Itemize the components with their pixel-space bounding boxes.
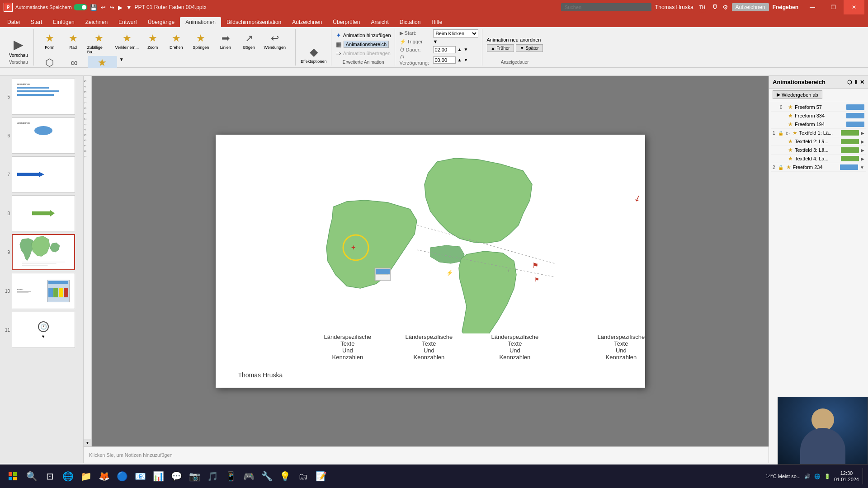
anim-item-1[interactable]: ★ Freeform 334 (771, 112, 866, 120)
notes-bar[interactable]: Klicken Sie, um Notizen hinzuzufügen (84, 446, 769, 463)
user-avatar[interactable]: TH (697, 2, 708, 13)
anim-wendungen-button[interactable]: ↩ Wendungen (261, 32, 288, 55)
taskbar-network-icon[interactable]: 🌐 (814, 474, 821, 479)
tab-ansicht[interactable]: Ansicht (365, 17, 394, 27)
spaeter-button[interactable]: ▼ Später (516, 44, 543, 52)
slide-item-11[interactable]: 11 ★ 🕐 ♥ (1, 311, 82, 349)
anim-dropdown-g2[interactable]: ▼ (860, 165, 864, 170)
close-button[interactable]: ✕ (844, 0, 864, 14)
record-button[interactable]: Aufzeichnen (732, 3, 769, 11)
slide-thumb-6[interactable]: Animationen (12, 117, 75, 154)
play-all-button[interactable]: ▶ Wiedergeben ab (773, 90, 822, 99)
taskbar-app5-icon[interactable]: 🗂 (295, 468, 311, 484)
save-icon[interactable]: 💾 (90, 4, 97, 11)
anim-dropdown-tf2[interactable]: ▶ (861, 139, 864, 144)
anim-item-group2[interactable]: 2 🔒 ★ Freeform 234 ▼ (771, 163, 866, 172)
anim-zufaellig-button[interactable]: ★ Zufällige Ba... (85, 32, 113, 55)
taskbar-powerpoint-icon[interactable]: 📊 (150, 468, 166, 484)
present-icon[interactable]: ▶ (118, 4, 123, 11)
trigger-dropdown[interactable]: ▼ (433, 39, 438, 44)
anim-item-tf2[interactable]: ★ Textfeld 2: Lä... ▶ (771, 137, 866, 146)
anim-uebertragen-button[interactable]: Animation übertragen (343, 51, 391, 56)
taskbar-app1-icon[interactable]: 📱 (222, 468, 239, 484)
dictation-icon[interactable]: 🎙 (712, 3, 719, 11)
taskbar-app6-icon[interactable]: 📝 (313, 468, 329, 484)
verz-input[interactable] (433, 56, 456, 64)
frueher-button[interactable]: ▲ Früher (487, 44, 514, 52)
anim-form-button[interactable]: ★ Form (38, 32, 61, 55)
dropdown-icon[interactable]: ▼ (126, 4, 132, 11)
slide-item-8[interactable]: 8 ★ (1, 194, 82, 232)
slide-item-6[interactable]: 6 Animationen (1, 117, 82, 155)
taskbar-show-desktop[interactable] (863, 468, 864, 484)
share-button[interactable]: Freigeben (773, 4, 798, 10)
animationsbereich-button[interactable]: Animationsbereich (344, 41, 389, 48)
taskbar-search-icon[interactable]: 🔍 (24, 468, 40, 484)
settings-icon[interactable]: ⚙ (722, 4, 728, 11)
tab-zeichnen[interactable]: Zeichnen (80, 17, 113, 27)
dauer-up[interactable]: ▲ (458, 47, 462, 52)
tab-start[interactable]: Start (25, 17, 47, 27)
slide-item-10[interactable]: 10 Kaufm... (1, 272, 82, 310)
taskbar-firefox-icon[interactable]: 🦊 (96, 468, 112, 484)
anim-item-tf4[interactable]: ★ Textfeld 4: Lä... ▶ (771, 155, 866, 163)
slide-thumb-5[interactable]: ★ Animationen (12, 79, 75, 115)
tab-hilfe[interactable]: Hilfe (426, 17, 448, 27)
undo-icon[interactable]: ↩ (101, 4, 106, 11)
taskbar-files-icon[interactable]: 📁 (78, 468, 94, 484)
tab-aufzeichnen[interactable]: Aufzeichnen (287, 17, 327, 27)
taskbar-weather[interactable]: 14°C Meist so... (765, 474, 801, 479)
autosave-toggle[interactable] (74, 4, 87, 10)
dauer-input[interactable] (433, 46, 456, 53)
dauer-down[interactable]: ▼ (463, 47, 468, 52)
anim-item-2[interactable]: ★ Freeform 194 (771, 120, 866, 129)
taskbar-teams-icon[interactable]: 💬 (168, 468, 184, 484)
anim-springen-button[interactable]: ★ Springen (189, 32, 213, 55)
tab-animationen[interactable]: Animationen (180, 17, 221, 27)
taskbar-camera-icon[interactable]: 📷 (186, 468, 203, 484)
anim-panel-close-icon[interactable]: ✕ (860, 79, 864, 85)
anim-neu-anordnen[interactable]: Animation neu anordnen (487, 37, 541, 42)
taskbar-battery-icon[interactable]: 🔋 (824, 474, 830, 479)
anim-item-group1[interactable]: 1 🔒 ▷ ★ Textfeld 1: Lä... ▶ (771, 129, 866, 137)
taskbar-start-button[interactable] (4, 467, 22, 485)
taskbar-app4-icon[interactable]: 💡 (277, 468, 293, 484)
slide-thumb-8[interactable]: ★ (12, 195, 75, 231)
redo-icon[interactable]: ↪ (109, 4, 114, 11)
ruler-scroll-down[interactable]: ▼ (84, 439, 91, 446)
tab-datei[interactable]: Datei (2, 17, 25, 27)
slide-thumb-9[interactable]: ★ (12, 234, 75, 270)
anim-zoom-button[interactable]: ★ Zoom (142, 32, 164, 55)
anim-item-tf3[interactable]: ★ Textfeld 3: Lä... ▶ (771, 146, 866, 155)
search-input[interactable] (561, 3, 651, 11)
effektoptionen-button[interactable]: ◆ Effektoptionen (300, 45, 327, 65)
slide-item-5[interactable]: 5 ★ Animationen (1, 78, 82, 116)
vorschau-button[interactable]: ▶ Vorschau (7, 36, 30, 59)
slide-thumb-7[interactable] (12, 156, 75, 192)
taskbar-edge-icon[interactable]: 🌐 (60, 468, 76, 484)
anim-verkleinern-button[interactable]: ★ Verkleinern... (113, 32, 141, 55)
anim-boegen-button[interactable]: ↗ Bögen (238, 32, 260, 55)
slide-item-9[interactable]: 9 ★ (1, 233, 82, 271)
anim-dropdown-tf3[interactable]: ▶ (861, 148, 864, 153)
verz-down[interactable]: ▼ (463, 57, 468, 62)
slide-content[interactable]: ⚑ ⚑ ⚡ + + (216, 135, 645, 388)
tab-einfuegen[interactable]: Einfügen (47, 17, 80, 27)
anim-panel-arrows-icon[interactable]: ⇕ (854, 79, 858, 85)
anim-rad-button[interactable]: ★ Rad (62, 32, 85, 55)
tab-ueberpruefen[interactable]: Überprüfen (327, 17, 365, 27)
anim-dropdown-tf4[interactable]: ▶ (861, 156, 864, 161)
tab-entwurf[interactable]: Entwurf (113, 17, 142, 27)
verz-up[interactable]: ▲ (458, 57, 462, 62)
anim-dropdown-g1[interactable]: ▶ (861, 131, 864, 136)
taskbar-volume-icon[interactable]: 🔊 (804, 474, 811, 479)
anim-item-0[interactable]: 0 ★ Freeform 57 (771, 103, 866, 112)
minimize-button[interactable]: — (802, 0, 823, 14)
tab-bildschirm[interactable]: Bildschirmpräsentation (221, 17, 287, 27)
taskbar-app2-icon[interactable]: 🎮 (241, 468, 257, 484)
taskbar-music-icon[interactable]: 🎵 (204, 468, 221, 484)
anim-drehen-button[interactable]: ★ Drehen (165, 32, 188, 55)
start-select[interactable]: Beim Klicken (433, 29, 478, 38)
slide-thumb-11[interactable]: ★ 🕐 ♥ (12, 312, 75, 348)
slide-item-7[interactable]: 7 (1, 155, 82, 193)
